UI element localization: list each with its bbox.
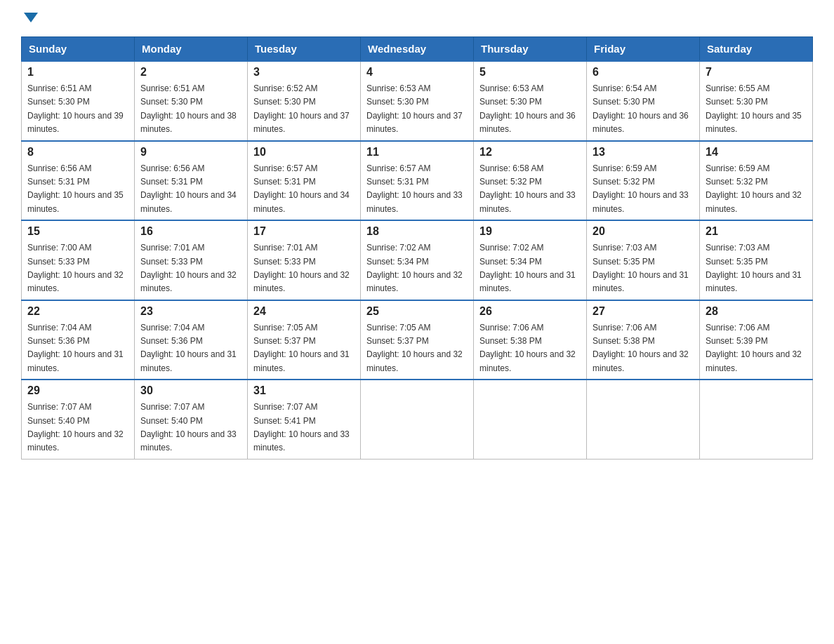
day-number: 30 xyxy=(140,384,241,397)
day-number: 26 xyxy=(479,305,581,318)
calendar-cell: 17 Sunrise: 7:01 AMSunset: 5:33 PMDaylig… xyxy=(248,220,361,300)
week-row-4: 22 Sunrise: 7:04 AMSunset: 5:36 PMDaylig… xyxy=(22,300,813,380)
day-info: Sunrise: 7:06 AMSunset: 5:38 PMDaylight:… xyxy=(479,323,576,373)
day-number: 11 xyxy=(366,146,468,159)
week-row-1: 1 Sunrise: 6:51 AMSunset: 5:30 PMDayligh… xyxy=(22,61,813,141)
day-number: 2 xyxy=(140,66,241,79)
calendar-cell: 6 Sunrise: 6:54 AMSunset: 5:30 PMDayligh… xyxy=(587,61,700,141)
logo-triangle-icon xyxy=(24,13,38,22)
day-info: Sunrise: 6:57 AMSunset: 5:31 PMDaylight:… xyxy=(366,163,463,214)
column-header-wednesday: Wednesday xyxy=(361,37,474,62)
day-number: 31 xyxy=(253,384,355,397)
calendar-cell: 8 Sunrise: 6:56 AMSunset: 5:31 PMDayligh… xyxy=(22,141,135,221)
day-number: 23 xyxy=(140,305,241,318)
calendar-cell: 12 Sunrise: 6:58 AMSunset: 5:32 PMDaylig… xyxy=(474,141,587,221)
day-number: 8 xyxy=(27,146,128,159)
calendar-cell: 11 Sunrise: 6:57 AMSunset: 5:31 PMDaylig… xyxy=(361,141,474,221)
calendar-cell: 20 Sunrise: 7:03 AMSunset: 5:35 PMDaylig… xyxy=(587,220,700,300)
day-info: Sunrise: 7:03 AMSunset: 5:35 PMDaylight:… xyxy=(706,243,802,293)
day-info: Sunrise: 7:01 AMSunset: 5:33 PMDaylight:… xyxy=(140,243,237,293)
calendar-table: SundayMondayTuesdayWednesdayThursdayFrid… xyxy=(21,36,813,459)
day-info: Sunrise: 6:52 AMSunset: 5:30 PMDaylight:… xyxy=(253,83,350,134)
calendar-cell: 7 Sunrise: 6:55 AMSunset: 5:30 PMDayligh… xyxy=(700,61,813,141)
day-info: Sunrise: 7:02 AMSunset: 5:34 PMDaylight:… xyxy=(479,243,576,293)
day-number: 6 xyxy=(593,66,694,79)
day-number: 28 xyxy=(706,305,807,318)
column-header-saturday: Saturday xyxy=(700,37,813,62)
day-info: Sunrise: 6:55 AMSunset: 5:30 PMDaylight:… xyxy=(706,83,802,134)
calendar-cell: 2 Sunrise: 6:51 AMSunset: 5:30 PMDayligh… xyxy=(135,61,248,141)
calendar-cell: 27 Sunrise: 7:06 AMSunset: 5:38 PMDaylig… xyxy=(587,300,700,380)
day-number: 1 xyxy=(27,66,128,79)
day-info: Sunrise: 7:02 AMSunset: 5:34 PMDaylight:… xyxy=(366,243,463,293)
day-number: 16 xyxy=(140,225,241,238)
day-number: 14 xyxy=(706,146,807,159)
day-number: 12 xyxy=(479,146,581,159)
week-row-2: 8 Sunrise: 6:56 AMSunset: 5:31 PMDayligh… xyxy=(22,141,813,221)
day-number: 13 xyxy=(593,146,694,159)
day-number: 20 xyxy=(593,225,694,238)
day-number: 7 xyxy=(706,66,807,79)
day-number: 9 xyxy=(140,146,241,159)
day-info: Sunrise: 6:53 AMSunset: 5:30 PMDaylight:… xyxy=(366,83,463,134)
day-info: Sunrise: 6:53 AMSunset: 5:30 PMDaylight:… xyxy=(479,83,576,134)
day-number: 4 xyxy=(366,66,468,79)
day-number: 19 xyxy=(479,225,581,238)
calendar-cell: 31 Sunrise: 7:07 AMSunset: 5:41 PMDaylig… xyxy=(248,380,361,459)
calendar-cell: 26 Sunrise: 7:06 AMSunset: 5:38 PMDaylig… xyxy=(474,300,587,380)
calendar-cell: 5 Sunrise: 6:53 AMSunset: 5:30 PMDayligh… xyxy=(474,61,587,141)
column-header-friday: Friday xyxy=(587,37,700,62)
day-number: 10 xyxy=(253,146,355,159)
week-row-3: 15 Sunrise: 7:00 AMSunset: 5:33 PMDaylig… xyxy=(22,220,813,300)
calendar-cell: 21 Sunrise: 7:03 AMSunset: 5:35 PMDaylig… xyxy=(700,220,813,300)
day-info: Sunrise: 6:56 AMSunset: 5:31 PMDaylight:… xyxy=(27,163,124,214)
day-info: Sunrise: 7:04 AMSunset: 5:36 PMDaylight:… xyxy=(27,323,124,373)
calendar-cell: 1 Sunrise: 6:51 AMSunset: 5:30 PMDayligh… xyxy=(22,61,135,141)
day-info: Sunrise: 7:01 AMSunset: 5:33 PMDaylight:… xyxy=(253,243,350,293)
day-info: Sunrise: 7:07 AMSunset: 5:41 PMDaylight:… xyxy=(253,402,350,452)
day-info: Sunrise: 7:07 AMSunset: 5:40 PMDaylight:… xyxy=(140,402,237,452)
day-number: 25 xyxy=(366,305,468,318)
calendar-cell: 10 Sunrise: 6:57 AMSunset: 5:31 PMDaylig… xyxy=(248,141,361,221)
day-info: Sunrise: 6:54 AMSunset: 5:30 PMDaylight:… xyxy=(593,83,689,134)
day-info: Sunrise: 6:59 AMSunset: 5:32 PMDaylight:… xyxy=(593,163,689,214)
day-number: 17 xyxy=(253,225,355,238)
calendar-cell: 16 Sunrise: 7:01 AMSunset: 5:33 PMDaylig… xyxy=(135,220,248,300)
calendar-cell: 24 Sunrise: 7:05 AMSunset: 5:37 PMDaylig… xyxy=(248,300,361,380)
calendar-cell xyxy=(700,380,813,459)
day-info: Sunrise: 7:05 AMSunset: 5:37 PMDaylight:… xyxy=(253,323,350,373)
day-info: Sunrise: 7:07 AMSunset: 5:40 PMDaylight:… xyxy=(27,402,124,452)
calendar-cell: 19 Sunrise: 7:02 AMSunset: 5:34 PMDaylig… xyxy=(474,220,587,300)
calendar-cell xyxy=(474,380,587,459)
calendar-cell: 14 Sunrise: 6:59 AMSunset: 5:32 PMDaylig… xyxy=(700,141,813,221)
day-number: 15 xyxy=(27,225,128,238)
day-info: Sunrise: 6:59 AMSunset: 5:32 PMDaylight:… xyxy=(706,163,802,214)
day-number: 29 xyxy=(27,384,128,397)
day-info: Sunrise: 6:57 AMSunset: 5:31 PMDaylight:… xyxy=(253,163,350,214)
day-number: 22 xyxy=(27,305,128,318)
calendar-cell: 9 Sunrise: 6:56 AMSunset: 5:31 PMDayligh… xyxy=(135,141,248,221)
calendar-cell: 25 Sunrise: 7:05 AMSunset: 5:37 PMDaylig… xyxy=(361,300,474,380)
calendar-cell: 13 Sunrise: 6:59 AMSunset: 5:32 PMDaylig… xyxy=(587,141,700,221)
calendar-cell: 28 Sunrise: 7:06 AMSunset: 5:39 PMDaylig… xyxy=(700,300,813,380)
day-info: Sunrise: 7:04 AMSunset: 5:36 PMDaylight:… xyxy=(140,323,237,373)
day-info: Sunrise: 6:56 AMSunset: 5:31 PMDaylight:… xyxy=(140,163,237,214)
column-header-sunday: Sunday xyxy=(22,37,135,62)
calendar-cell: 29 Sunrise: 7:07 AMSunset: 5:40 PMDaylig… xyxy=(22,380,135,459)
column-header-thursday: Thursday xyxy=(474,37,587,62)
page-header xyxy=(21,14,813,24)
day-info: Sunrise: 6:58 AMSunset: 5:32 PMDaylight:… xyxy=(479,163,576,214)
day-number: 18 xyxy=(366,225,468,238)
day-number: 3 xyxy=(253,66,355,79)
calendar-cell: 22 Sunrise: 7:04 AMSunset: 5:36 PMDaylig… xyxy=(22,300,135,380)
day-info: Sunrise: 6:51 AMSunset: 5:30 PMDaylight:… xyxy=(27,83,124,134)
calendar-cell: 15 Sunrise: 7:00 AMSunset: 5:33 PMDaylig… xyxy=(22,220,135,300)
calendar-cell: 3 Sunrise: 6:52 AMSunset: 5:30 PMDayligh… xyxy=(248,61,361,141)
day-number: 21 xyxy=(706,225,807,238)
week-row-5: 29 Sunrise: 7:07 AMSunset: 5:40 PMDaylig… xyxy=(22,380,813,459)
day-info: Sunrise: 7:00 AMSunset: 5:33 PMDaylight:… xyxy=(27,243,124,293)
calendar-cell: 4 Sunrise: 6:53 AMSunset: 5:30 PMDayligh… xyxy=(361,61,474,141)
day-number: 27 xyxy=(593,305,694,318)
calendar-cell: 23 Sunrise: 7:04 AMSunset: 5:36 PMDaylig… xyxy=(135,300,248,380)
column-header-monday: Monday xyxy=(135,37,248,62)
